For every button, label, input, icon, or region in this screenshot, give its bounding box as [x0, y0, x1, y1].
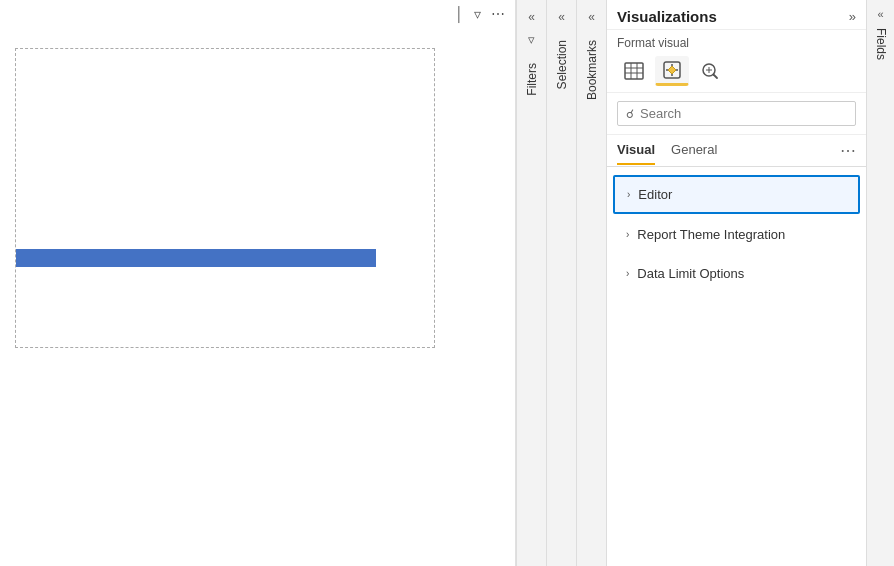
blue-progress-bar	[16, 249, 376, 267]
section-data-limit[interactable]: › Data Limit Options	[613, 255, 860, 292]
tabs-row: Visual General ⋯	[607, 135, 866, 167]
selection-collapse-button[interactable]: «	[558, 10, 565, 24]
bookmarks-label[interactable]: Bookmarks	[585, 40, 599, 100]
cursor-icon[interactable]: │	[455, 6, 464, 22]
search-box[interactable]: ☌	[617, 101, 856, 126]
format-paint-icon-btn[interactable]	[655, 56, 689, 86]
viz-expand-icon[interactable]: »	[849, 9, 856, 24]
svg-line-11	[714, 75, 718, 79]
fields-collapse-button[interactable]: «	[877, 8, 883, 20]
canvas-content	[0, 28, 515, 358]
bookmarks-collapse-button[interactable]: «	[588, 10, 595, 24]
tab-visual[interactable]: Visual	[617, 142, 655, 165]
fields-label[interactable]: Fields	[874, 28, 888, 60]
format-table-icon-btn[interactable]	[617, 56, 651, 86]
format-label: Format visual	[617, 36, 856, 50]
filter-icon[interactable]: ▿	[474, 6, 481, 22]
chevron-data-limit-icon: ›	[626, 268, 629, 279]
format-analytics-icon-btn[interactable]	[693, 56, 727, 86]
filters-collapse-button[interactable]: «	[528, 10, 535, 24]
svg-rect-0	[625, 63, 643, 79]
search-container: ☌	[607, 93, 866, 135]
chevron-editor-icon: ›	[627, 189, 630, 200]
search-icon: ☌	[626, 107, 634, 121]
visual-canvas-box[interactable]	[15, 48, 435, 348]
viz-header-icons: »	[849, 9, 856, 24]
search-input[interactable]	[640, 106, 847, 121]
canvas-area: │ ▿ ⋯	[0, 0, 516, 566]
section-editor-label: Editor	[638, 187, 672, 202]
viz-panel-header: Visualizations »	[607, 0, 866, 30]
fields-collapsed-panel: « Fields	[866, 0, 894, 566]
section-data-limit-label: Data Limit Options	[637, 266, 744, 281]
section-editor[interactable]: › Editor	[613, 175, 860, 214]
bookmarks-collapsed-panel: « Bookmarks	[576, 0, 606, 566]
tab-more[interactable]: ⋯	[840, 141, 856, 166]
visualizations-panel: Visualizations » Format visual	[606, 0, 866, 566]
more-options-icon[interactable]: ⋯	[491, 6, 505, 22]
selection-label[interactable]: Selection	[555, 40, 569, 89]
filters-label[interactable]: Filters	[525, 63, 539, 96]
selection-collapsed-panel: « Selection	[546, 0, 576, 566]
format-icons-row	[617, 56, 856, 86]
canvas-top-bar: │ ▿ ⋯	[0, 0, 515, 28]
section-report-theme-label: Report Theme Integration	[637, 227, 785, 242]
filters-funnel-icon[interactable]: ▿	[528, 32, 535, 47]
viz-panel-title: Visualizations	[617, 8, 717, 25]
filters-collapsed-panel: « ▿ Filters	[516, 0, 546, 566]
tab-general[interactable]: General	[671, 142, 717, 165]
section-report-theme[interactable]: › Report Theme Integration	[613, 216, 860, 253]
chevron-report-theme-icon: ›	[626, 229, 629, 240]
format-toolbar: Format visual	[607, 30, 866, 93]
sections-list: › Editor › Report Theme Integration › Da…	[607, 167, 866, 566]
